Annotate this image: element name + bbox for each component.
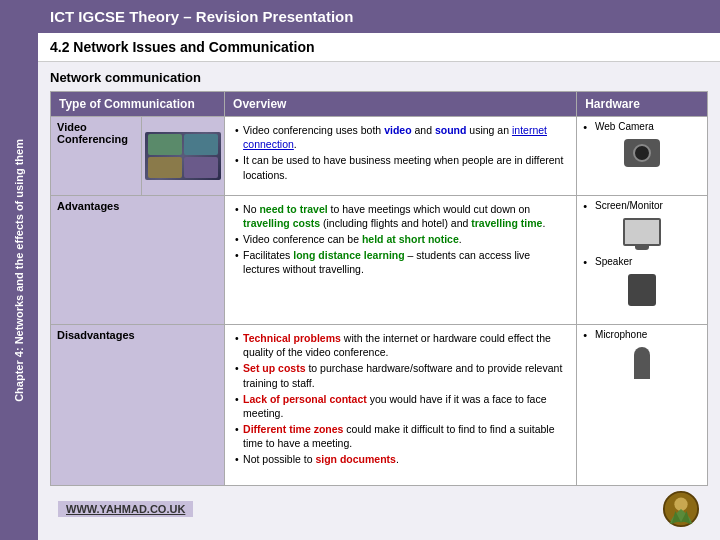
page-header: ICT IGCSE Theory – Revision Presentation	[38, 0, 720, 33]
col-header-overview: Overview	[225, 92, 577, 117]
page-subheader: 4.2 Network Issues and Communication	[38, 33, 720, 62]
content-area: Network communication Type of Communicat…	[38, 62, 720, 540]
vc-grid-cell-4	[184, 157, 218, 178]
page-subtitle: 4.2 Network Issues and Communication	[50, 39, 315, 55]
svg-point-1	[674, 498, 687, 511]
sidebar-label: Chapter 4: Networks and the effects of u…	[10, 131, 28, 410]
main-content: ICT IGCSE Theory – Revision Presentation…	[38, 0, 720, 540]
adv-bullet-list: No need to travel to have meetings which…	[231, 200, 570, 281]
monitor-icon-wrapper	[583, 216, 701, 248]
hw-mic-label: Microphone	[595, 329, 647, 340]
adv-bullet-2: Video conference can be held at short no…	[235, 232, 566, 246]
highlight-personal: Lack of personal contact	[243, 393, 367, 405]
adv-hardware-cell: Screen/Monitor Speaker	[577, 195, 708, 324]
dis-bullet-list: Technical problems with the internet or …	[231, 329, 570, 471]
vc-hardware-cell: Web Camera	[577, 117, 708, 196]
vc-bullet-list: Video conferencing uses both video and s…	[231, 121, 570, 186]
webcam-icon-wrapper	[583, 137, 701, 169]
highlight-video: video	[384, 124, 411, 136]
highlight-sign: sign documents	[315, 453, 396, 465]
vc-overview-cell: Video conferencing uses both video and s…	[225, 117, 577, 196]
col-header-hardware: Hardware	[577, 92, 708, 117]
vc-bullet-2: It can be used to have business meeting …	[235, 153, 566, 181]
dis-bullet-5: Not possible to sign documents.	[235, 452, 566, 466]
highlight-setup: Set up costs	[243, 362, 305, 374]
vc-image	[145, 132, 221, 180]
hw-webcam-item: Web Camera	[583, 121, 701, 133]
table-row-vc: Video Conferencing	[51, 117, 708, 196]
highlight-costs: travelling costs	[243, 217, 320, 229]
table-row-disadvantages: Disadvantages Technical problems with th…	[51, 325, 708, 486]
vc-type-label: Video Conferencing	[57, 121, 128, 145]
highlight-short-notice: held at short notice	[362, 233, 459, 245]
microphone-icon	[634, 347, 650, 379]
adv-type-cell: Advantages	[51, 195, 225, 324]
adv-overview-cell: No need to travel to have meetings which…	[225, 195, 577, 324]
table-row-advantages: Advantages No need to travel to have mee…	[51, 195, 708, 324]
vc-type-cell: Video Conferencing	[51, 117, 142, 196]
sidebar: Chapter 4: Networks and the effects of u…	[0, 0, 38, 540]
hw-mic-item: Microphone	[583, 329, 701, 341]
hw-webcam-label: Web Camera	[595, 121, 654, 132]
adv-bullet-3: Facilitates long distance learning – stu…	[235, 248, 566, 276]
hw-monitor-label: Screen/Monitor	[595, 200, 663, 211]
webcam-icon	[624, 139, 660, 167]
vc-grid-cell-3	[148, 157, 182, 178]
vc-grid-cell-1	[148, 134, 182, 155]
mic-icon-wrapper	[583, 345, 701, 381]
highlight-time: travelling time	[471, 217, 542, 229]
dis-bullet-4: Different time zones could make it diffi…	[235, 422, 566, 450]
vc-grid-cell-2	[184, 134, 218, 155]
hw-monitor-item: Screen/Monitor	[583, 200, 701, 212]
page-title: ICT IGCSE Theory – Revision Presentation	[50, 8, 353, 25]
communication-table: Type of Communication Overview Hardware …	[50, 91, 708, 486]
footer-url: WWW.YAHMAD.CO.UK	[58, 501, 193, 517]
vc-image-grid	[148, 134, 218, 178]
footer: WWW.YAHMAD.CO.UK	[50, 486, 708, 532]
footer-logo	[662, 490, 700, 528]
dis-type-label: Disadvantages	[57, 329, 135, 341]
monitor-icon	[623, 218, 661, 246]
highlight-distance-learning: long distance learning	[293, 249, 404, 261]
hw-speaker-item: Speaker	[583, 256, 701, 268]
vc-image-cell	[141, 117, 225, 196]
highlight-timezone: Different time zones	[243, 423, 343, 435]
dis-bullet-1: Technical problems with the internet or …	[235, 331, 566, 359]
adv-bullet-1: No need to travel to have meetings which…	[235, 202, 566, 230]
dis-type-cell: Disadvantages	[51, 325, 225, 486]
speaker-icon	[628, 274, 656, 306]
adv-type-label: Advantages	[57, 200, 119, 212]
speaker-icon-wrapper	[583, 272, 701, 308]
highlight-sound: sound	[435, 124, 467, 136]
highlight-tech: Technical problems	[243, 332, 341, 344]
dis-bullet-3: Lack of personal contact you would have …	[235, 392, 566, 420]
hw-speaker-label: Speaker	[595, 256, 632, 267]
vc-bullet-1: Video conferencing uses both video and s…	[235, 123, 566, 151]
dis-overview-cell: Technical problems with the internet or …	[225, 325, 577, 486]
dis-bullet-2: Set up costs to purchase hardware/softwa…	[235, 361, 566, 389]
section-title: Network communication	[50, 70, 708, 85]
col-header-type: Type of Communication	[51, 92, 225, 117]
highlight-no-travel: need to travel	[259, 203, 327, 215]
dis-hardware-cell: Microphone	[577, 325, 708, 486]
